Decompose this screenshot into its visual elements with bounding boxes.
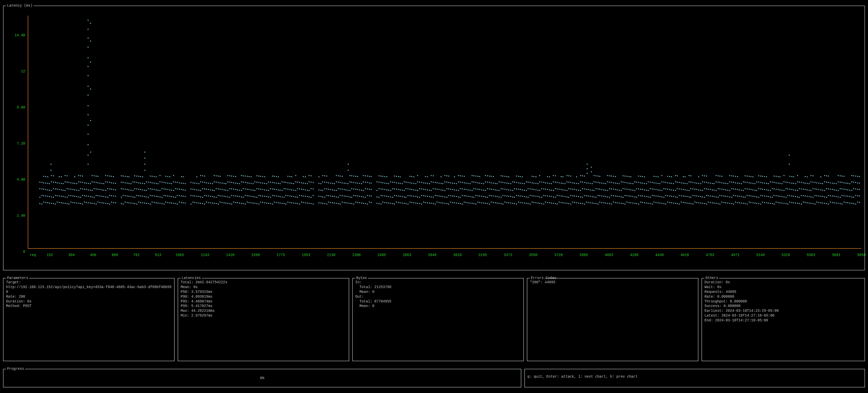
data-point bbox=[622, 182, 623, 183]
data-point bbox=[148, 203, 149, 204]
data-point bbox=[719, 203, 720, 204]
data-point bbox=[714, 183, 715, 184]
key-hints-panel[interactable]: q: quit, Enter: attack, l: next chart, h… bbox=[524, 369, 865, 388]
data-point bbox=[61, 190, 62, 191]
data-point bbox=[553, 175, 554, 176]
data-point bbox=[254, 197, 255, 197]
data-point bbox=[204, 175, 205, 176]
data-point bbox=[716, 203, 717, 204]
data-point bbox=[121, 182, 122, 183]
data-point bbox=[365, 203, 366, 204]
data-point bbox=[588, 202, 589, 203]
data-point bbox=[165, 195, 166, 196]
data-point bbox=[266, 196, 267, 197]
data-point bbox=[843, 189, 844, 190]
data-point bbox=[433, 175, 434, 176]
data-point bbox=[624, 203, 625, 204]
data-point bbox=[159, 190, 160, 191]
data-point bbox=[464, 195, 465, 196]
data-point bbox=[681, 189, 682, 190]
data-point bbox=[436, 183, 437, 184]
data-point bbox=[99, 189, 100, 190]
data-point bbox=[640, 201, 641, 202]
data-point bbox=[144, 196, 145, 197]
rate-line: Rate: 200 bbox=[6, 294, 172, 299]
data-point bbox=[365, 188, 366, 189]
data-point bbox=[512, 182, 513, 183]
data-point bbox=[483, 183, 484, 184]
data-point bbox=[417, 175, 418, 176]
data-point bbox=[144, 183, 145, 184]
data-point bbox=[394, 203, 395, 204]
data-point bbox=[535, 190, 536, 191]
data-point bbox=[344, 196, 345, 197]
data-point bbox=[727, 202, 728, 203]
data-point bbox=[268, 197, 269, 197]
data-point bbox=[791, 196, 792, 197]
data-point bbox=[659, 196, 660, 197]
data-point bbox=[80, 175, 81, 176]
data-point bbox=[491, 183, 492, 184]
data-point bbox=[576, 190, 577, 191]
data-point bbox=[555, 182, 556, 183]
data-point bbox=[514, 197, 515, 198]
data-point bbox=[605, 196, 606, 197]
data-point bbox=[303, 183, 304, 184]
data-point bbox=[739, 196, 740, 197]
data-point bbox=[181, 196, 182, 197]
data-point bbox=[834, 183, 835, 184]
data-point bbox=[590, 202, 591, 203]
data-point bbox=[586, 189, 587, 190]
data-point bbox=[776, 176, 777, 177]
data-point bbox=[634, 182, 636, 183]
data-point bbox=[268, 203, 269, 204]
data-point bbox=[293, 196, 294, 197]
data-point bbox=[809, 190, 810, 191]
data-point bbox=[638, 175, 639, 176]
data-point bbox=[326, 182, 327, 183]
data-point bbox=[231, 175, 232, 176]
data-point bbox=[747, 189, 748, 190]
data-point bbox=[444, 197, 445, 197]
data-point bbox=[721, 201, 722, 202]
data-point bbox=[218, 203, 219, 204]
data-point bbox=[855, 175, 856, 176]
data-point bbox=[561, 189, 562, 190]
data-point bbox=[499, 197, 500, 197]
data-point bbox=[345, 190, 346, 191]
data-point bbox=[648, 190, 649, 191]
data-point bbox=[644, 190, 645, 191]
data-point bbox=[59, 189, 60, 190]
data-point bbox=[328, 201, 329, 202]
data-point bbox=[683, 183, 684, 184]
data-point bbox=[233, 195, 234, 196]
data-point bbox=[254, 203, 255, 204]
data-point bbox=[725, 190, 726, 191]
data-point bbox=[198, 190, 199, 191]
data-point bbox=[477, 195, 478, 196]
data-point bbox=[841, 203, 842, 204]
data-point bbox=[144, 170, 145, 171]
data-point bbox=[173, 190, 174, 191]
data-point bbox=[266, 183, 267, 184]
data-point bbox=[144, 158, 145, 159]
data-point bbox=[504, 201, 505, 202]
data-point bbox=[227, 197, 228, 197]
data-point bbox=[706, 189, 707, 190]
data-point bbox=[475, 189, 476, 190]
data-point bbox=[159, 175, 160, 176]
data-point bbox=[776, 189, 777, 190]
data-point bbox=[169, 196, 170, 197]
data-point bbox=[685, 190, 686, 191]
data-point bbox=[150, 195, 151, 196]
data-point bbox=[636, 203, 637, 204]
data-point bbox=[74, 202, 75, 203]
x-tick: 4616 bbox=[681, 253, 689, 258]
data-point bbox=[814, 203, 815, 204]
data-point bbox=[696, 196, 697, 197]
data-point bbox=[39, 188, 40, 189]
data-point bbox=[446, 182, 447, 183]
data-point bbox=[431, 182, 432, 183]
data-point bbox=[171, 202, 172, 203]
data-point bbox=[677, 203, 678, 204]
